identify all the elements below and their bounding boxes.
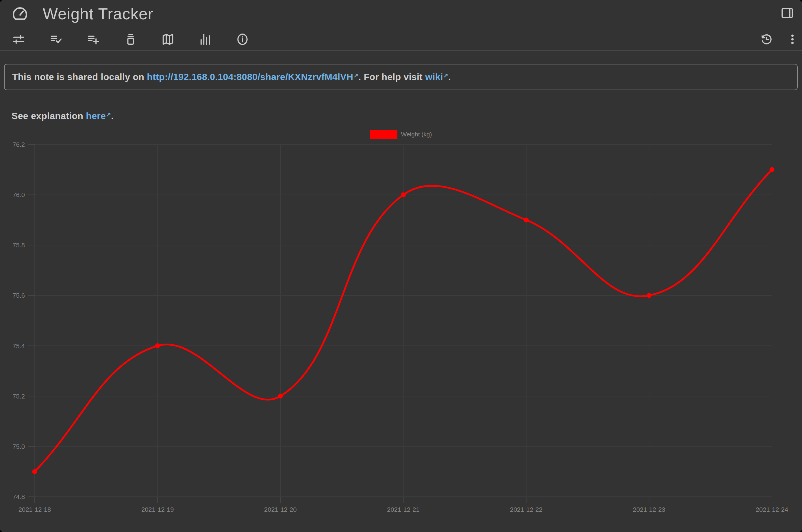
collections-button[interactable] [124,33,137,46]
svg-text:74.8: 74.8 [13,493,25,500]
bar-chart-icon [198,33,212,46]
chart-view-button[interactable] [198,33,212,46]
share-banner: This note is shared locally on http://19… [4,64,798,90]
list-plus-icon [87,33,100,46]
svg-text:2021-12-18: 2021-12-18 [19,506,51,513]
share-url-link[interactable]: http://192.168.0.104:8080/share/KXNzrvfM… [147,72,353,82]
note-header: Weight Tracker [0,0,802,28]
svg-text:76.0: 76.0 [13,191,25,198]
gauge-note-icon [12,5,28,22]
external-link-icon: ↗ [106,111,111,118]
note-info-button[interactable] [236,33,249,46]
x-axis-labels: 2021-12-182021-12-192021-12-202021-12-21… [19,506,788,513]
kebab-menu-icon [786,33,799,46]
add-child-note-button[interactable] [87,33,100,46]
svg-text:75.6: 75.6 [13,292,25,299]
svg-text:2021-12-21: 2021-12-21 [387,506,420,513]
note-revisions-button[interactable] [760,33,773,46]
share-banner-suffix: . [448,72,451,82]
note-toolbar [0,28,802,51]
svg-text:75.4: 75.4 [13,342,25,350]
svg-text:75.8: 75.8 [13,242,25,249]
explanation-suffix: . [111,111,114,121]
toolbar-divider [0,51,802,51]
info-icon [236,33,249,46]
right-panel-toggle-icon[interactable] [780,6,795,20]
jar-icon [124,33,137,46]
y-axis-labels: 74.875.075.275.475.675.876.076.2 [13,141,25,500]
explanation-text: See explanation here↗. [12,111,114,121]
edited-notes-button[interactable] [50,33,63,46]
svg-text:76.2: 76.2 [13,141,25,148]
explanation-link[interactable]: here [86,111,106,121]
legend-label: Weight (kg) [401,131,432,138]
svg-text:75.0: 75.0 [13,443,25,450]
basic-properties-button[interactable] [12,33,25,46]
share-banner-middle: . For help visit [358,72,425,82]
page-title: Weight Tracker [43,5,153,23]
legend-color-swatch [370,130,397,139]
svg-text:2021-12-24: 2021-12-24 [756,506,788,513]
wiki-link[interactable]: wiki [425,72,443,82]
svg-text:2021-12-19: 2021-12-19 [141,506,174,513]
sliders-icon [12,33,25,46]
svg-text:2021-12-23: 2021-12-23 [633,506,666,513]
chart-legend[interactable]: Weight (kg) [0,130,802,139]
grid-lines [35,145,772,497]
external-link-icon: ↗ [443,72,448,79]
note-menu-button[interactable] [786,33,799,46]
share-banner-prefix: This note is shared locally on [12,72,147,82]
map-icon [161,33,175,46]
toolbar-right-group [760,28,802,51]
svg-text:75.2: 75.2 [13,393,25,400]
svg-text:2021-12-20: 2021-12-20 [264,506,297,513]
history-icon [760,33,773,46]
external-link-icon: ↗ [354,72,358,79]
explanation-prefix: See explanation [12,111,86,121]
share-banner-text: This note is shared locally on http://19… [12,72,451,82]
list-check-icon [50,33,63,46]
map-button[interactable] [161,33,175,46]
svg-text:2021-12-22: 2021-12-22 [510,506,542,513]
